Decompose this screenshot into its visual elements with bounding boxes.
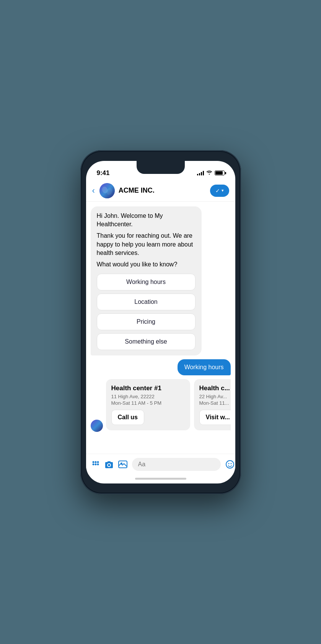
svg-point-13 [228,463,229,464]
qr-something-else[interactable]: Something else [97,333,196,350]
svg-point-3 [92,461,94,463]
check-icon: ✓ [215,188,220,194]
bot-avatar-small [91,420,103,432]
svg-point-4 [95,461,96,463]
camera-icon[interactable] [104,461,114,468]
bot-greeting: Hi John. Welcome to My Healthcenter. [97,212,196,229]
status-button[interactable]: ✓ ▾ [210,185,229,197]
avatar [99,183,115,198]
chevron-down-icon: ▾ [222,188,224,193]
svg-point-9 [108,464,110,466]
bot-avatar-row: Working hours Health center #1 11 High A… [91,359,231,432]
card-1-address: 11 High Ave, 22222 [111,394,185,399]
card-1-title: Health center #1 [111,384,185,392]
signal-icon [197,171,204,175]
user-message-row: Working hours [106,359,231,375]
bot-message-row: Hi John. Welcome to My Healthcenter. Tha… [91,206,231,355]
message-input[interactable] [132,458,221,471]
card-1: Health center #1 11 High Ave, 22222 Mon-… [106,379,190,430]
response-area: Working hours Health center #1 11 High A… [106,359,231,432]
back-button[interactable]: ‹ [92,186,95,196]
user-bubble: Working hours [178,359,231,375]
card-1-hours: Mon-Sat 11 AM - 5 PM [111,400,185,406]
svg-point-7 [95,463,96,465]
svg-point-8 [97,463,99,465]
svg-point-6 [92,463,94,465]
phone-shell: 9:41 [80,150,241,494]
quick-replies: Working hours Location Pricing Something… [97,274,196,350]
card-2-title: Health c... [199,384,231,392]
svg-point-14 [230,463,231,464]
card-2: Health c... 22 High Av... Mon-Sat 11... … [194,379,231,430]
chat-toolbar [86,454,235,475]
card-2-address: 22 High Av... [199,394,231,399]
card-2-visit-button[interactable]: Visit w... [199,410,231,425]
chat-header: ‹ ACME INC. ✓ [86,180,235,202]
bot-body: Thank you for reaching out. We are happy… [97,232,196,257]
company-name: ACME INC. [119,187,210,195]
home-indicator [135,478,186,480]
status-icons [197,170,225,176]
emoji-icon[interactable] [225,460,235,469]
qr-pricing[interactable]: Pricing [97,313,196,330]
notch [137,161,185,174]
wifi-icon [206,170,212,176]
battery-icon [215,170,225,175]
cards-row: Health center #1 11 High Ave, 22222 Mon-… [106,379,231,432]
card-2-hours: Mon-Sat 11... [199,400,231,406]
bot-bubble: Hi John. Welcome to My Healthcenter. Tha… [91,206,202,355]
qr-location[interactable]: Location [97,294,196,310]
photo-icon[interactable] [118,460,127,469]
phone-screen: 9:41 [86,161,235,483]
bot-question: What would you like to know? [97,260,196,269]
status-time: 9:41 [97,169,110,177]
chat-area: Hi John. Welcome to My Healthcenter. Tha… [86,202,235,454]
svg-point-5 [97,461,99,463]
qr-working-hours[interactable]: Working hours [97,274,196,290]
grid-dots-icon[interactable] [91,460,100,469]
svg-point-12 [226,461,234,468]
card-1-call-button[interactable]: Call us [111,410,144,425]
